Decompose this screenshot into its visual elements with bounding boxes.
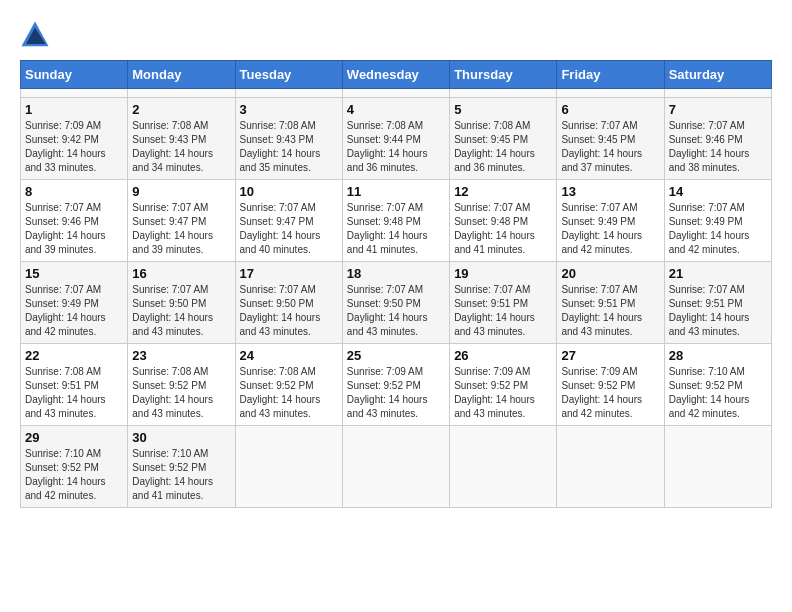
day-info: Sunrise: 7:08 AM Sunset: 9:45 PM Dayligh… xyxy=(454,119,552,175)
day-number: 18 xyxy=(347,266,445,281)
calendar-cell: 4Sunrise: 7:08 AM Sunset: 9:44 PM Daylig… xyxy=(342,98,449,180)
calendar-week-row: 29Sunrise: 7:10 AM Sunset: 9:52 PM Dayli… xyxy=(21,426,772,508)
calendar-cell: 18Sunrise: 7:07 AM Sunset: 9:50 PM Dayli… xyxy=(342,262,449,344)
day-info: Sunrise: 7:07 AM Sunset: 9:48 PM Dayligh… xyxy=(347,201,445,257)
day-number: 24 xyxy=(240,348,338,363)
day-number: 4 xyxy=(347,102,445,117)
day-number: 13 xyxy=(561,184,659,199)
day-number: 28 xyxy=(669,348,767,363)
day-of-week-header: Thursday xyxy=(450,61,557,89)
day-number: 6 xyxy=(561,102,659,117)
day-info: Sunrise: 7:07 AM Sunset: 9:49 PM Dayligh… xyxy=(561,201,659,257)
calendar-cell xyxy=(235,426,342,508)
day-info: Sunrise: 7:09 AM Sunset: 9:52 PM Dayligh… xyxy=(347,365,445,421)
calendar-cell: 28Sunrise: 7:10 AM Sunset: 9:52 PM Dayli… xyxy=(664,344,771,426)
calendar-cell: 7Sunrise: 7:07 AM Sunset: 9:46 PM Daylig… xyxy=(664,98,771,180)
day-of-week-header: Monday xyxy=(128,61,235,89)
day-info: Sunrise: 7:09 AM Sunset: 9:52 PM Dayligh… xyxy=(454,365,552,421)
calendar-cell: 10Sunrise: 7:07 AM Sunset: 9:47 PM Dayli… xyxy=(235,180,342,262)
day-info: Sunrise: 7:08 AM Sunset: 9:52 PM Dayligh… xyxy=(132,365,230,421)
day-info: Sunrise: 7:08 AM Sunset: 9:52 PM Dayligh… xyxy=(240,365,338,421)
calendar-cell xyxy=(342,89,449,98)
calendar-cell: 25Sunrise: 7:09 AM Sunset: 9:52 PM Dayli… xyxy=(342,344,449,426)
day-info: Sunrise: 7:08 AM Sunset: 9:43 PM Dayligh… xyxy=(132,119,230,175)
calendar-cell: 30Sunrise: 7:10 AM Sunset: 9:52 PM Dayli… xyxy=(128,426,235,508)
calendar-week-row xyxy=(21,89,772,98)
calendar-cell: 6Sunrise: 7:07 AM Sunset: 9:45 PM Daylig… xyxy=(557,98,664,180)
day-number: 22 xyxy=(25,348,123,363)
calendar-cell xyxy=(450,426,557,508)
day-info: Sunrise: 7:09 AM Sunset: 9:42 PM Dayligh… xyxy=(25,119,123,175)
day-number: 27 xyxy=(561,348,659,363)
day-info: Sunrise: 7:07 AM Sunset: 9:51 PM Dayligh… xyxy=(561,283,659,339)
calendar-cell: 27Sunrise: 7:09 AM Sunset: 9:52 PM Dayli… xyxy=(557,344,664,426)
day-number: 10 xyxy=(240,184,338,199)
calendar-week-row: 1Sunrise: 7:09 AM Sunset: 9:42 PM Daylig… xyxy=(21,98,772,180)
day-number: 25 xyxy=(347,348,445,363)
calendar-cell: 19Sunrise: 7:07 AM Sunset: 9:51 PM Dayli… xyxy=(450,262,557,344)
day-info: Sunrise: 7:07 AM Sunset: 9:50 PM Dayligh… xyxy=(347,283,445,339)
calendar-cell: 22Sunrise: 7:08 AM Sunset: 9:51 PM Dayli… xyxy=(21,344,128,426)
day-info: Sunrise: 7:07 AM Sunset: 9:49 PM Dayligh… xyxy=(25,283,123,339)
day-number: 21 xyxy=(669,266,767,281)
day-of-week-header: Friday xyxy=(557,61,664,89)
calendar-cell: 11Sunrise: 7:07 AM Sunset: 9:48 PM Dayli… xyxy=(342,180,449,262)
calendar-cell xyxy=(128,89,235,98)
calendar-week-row: 8Sunrise: 7:07 AM Sunset: 9:46 PM Daylig… xyxy=(21,180,772,262)
calendar-cell: 9Sunrise: 7:07 AM Sunset: 9:47 PM Daylig… xyxy=(128,180,235,262)
day-info: Sunrise: 7:09 AM Sunset: 9:52 PM Dayligh… xyxy=(561,365,659,421)
calendar-cell: 16Sunrise: 7:07 AM Sunset: 9:50 PM Dayli… xyxy=(128,262,235,344)
logo xyxy=(20,20,54,50)
day-of-week-header: Tuesday xyxy=(235,61,342,89)
day-number: 2 xyxy=(132,102,230,117)
day-number: 16 xyxy=(132,266,230,281)
calendar-cell: 2Sunrise: 7:08 AM Sunset: 9:43 PM Daylig… xyxy=(128,98,235,180)
calendar-cell: 12Sunrise: 7:07 AM Sunset: 9:48 PM Dayli… xyxy=(450,180,557,262)
calendar-cell xyxy=(21,89,128,98)
day-info: Sunrise: 7:10 AM Sunset: 9:52 PM Dayligh… xyxy=(132,447,230,503)
day-number: 11 xyxy=(347,184,445,199)
header xyxy=(20,20,772,50)
calendar-cell xyxy=(450,89,557,98)
calendar-week-row: 22Sunrise: 7:08 AM Sunset: 9:51 PM Dayli… xyxy=(21,344,772,426)
day-number: 3 xyxy=(240,102,338,117)
day-info: Sunrise: 7:08 AM Sunset: 9:43 PM Dayligh… xyxy=(240,119,338,175)
day-number: 26 xyxy=(454,348,552,363)
day-info: Sunrise: 7:10 AM Sunset: 9:52 PM Dayligh… xyxy=(669,365,767,421)
day-of-week-header: Saturday xyxy=(664,61,771,89)
day-info: Sunrise: 7:07 AM Sunset: 9:50 PM Dayligh… xyxy=(132,283,230,339)
day-info: Sunrise: 7:07 AM Sunset: 9:48 PM Dayligh… xyxy=(454,201,552,257)
day-info: Sunrise: 7:07 AM Sunset: 9:47 PM Dayligh… xyxy=(240,201,338,257)
day-number: 30 xyxy=(132,430,230,445)
calendar-cell: 1Sunrise: 7:09 AM Sunset: 9:42 PM Daylig… xyxy=(21,98,128,180)
day-info: Sunrise: 7:07 AM Sunset: 9:45 PM Dayligh… xyxy=(561,119,659,175)
day-info: Sunrise: 7:08 AM Sunset: 9:51 PM Dayligh… xyxy=(25,365,123,421)
day-of-week-header: Sunday xyxy=(21,61,128,89)
calendar-cell: 23Sunrise: 7:08 AM Sunset: 9:52 PM Dayli… xyxy=(128,344,235,426)
day-number: 19 xyxy=(454,266,552,281)
day-number: 8 xyxy=(25,184,123,199)
calendar-cell: 5Sunrise: 7:08 AM Sunset: 9:45 PM Daylig… xyxy=(450,98,557,180)
day-number: 14 xyxy=(669,184,767,199)
calendar-cell: 14Sunrise: 7:07 AM Sunset: 9:49 PM Dayli… xyxy=(664,180,771,262)
day-info: Sunrise: 7:07 AM Sunset: 9:49 PM Dayligh… xyxy=(669,201,767,257)
day-number: 7 xyxy=(669,102,767,117)
calendar-cell: 15Sunrise: 7:07 AM Sunset: 9:49 PM Dayli… xyxy=(21,262,128,344)
day-number: 1 xyxy=(25,102,123,117)
day-number: 23 xyxy=(132,348,230,363)
calendar-cell: 8Sunrise: 7:07 AM Sunset: 9:46 PM Daylig… xyxy=(21,180,128,262)
calendar-cell xyxy=(664,426,771,508)
day-info: Sunrise: 7:07 AM Sunset: 9:51 PM Dayligh… xyxy=(454,283,552,339)
calendar-cell xyxy=(235,89,342,98)
day-info: Sunrise: 7:07 AM Sunset: 9:46 PM Dayligh… xyxy=(669,119,767,175)
calendar-cell: 26Sunrise: 7:09 AM Sunset: 9:52 PM Dayli… xyxy=(450,344,557,426)
calendar-cell: 24Sunrise: 7:08 AM Sunset: 9:52 PM Dayli… xyxy=(235,344,342,426)
calendar-cell: 21Sunrise: 7:07 AM Sunset: 9:51 PM Dayli… xyxy=(664,262,771,344)
logo-icon xyxy=(20,20,50,50)
calendar-cell: 3Sunrise: 7:08 AM Sunset: 9:43 PM Daylig… xyxy=(235,98,342,180)
calendar-cell: 29Sunrise: 7:10 AM Sunset: 9:52 PM Dayli… xyxy=(21,426,128,508)
day-info: Sunrise: 7:07 AM Sunset: 9:46 PM Dayligh… xyxy=(25,201,123,257)
day-number: 15 xyxy=(25,266,123,281)
day-number: 29 xyxy=(25,430,123,445)
day-number: 5 xyxy=(454,102,552,117)
